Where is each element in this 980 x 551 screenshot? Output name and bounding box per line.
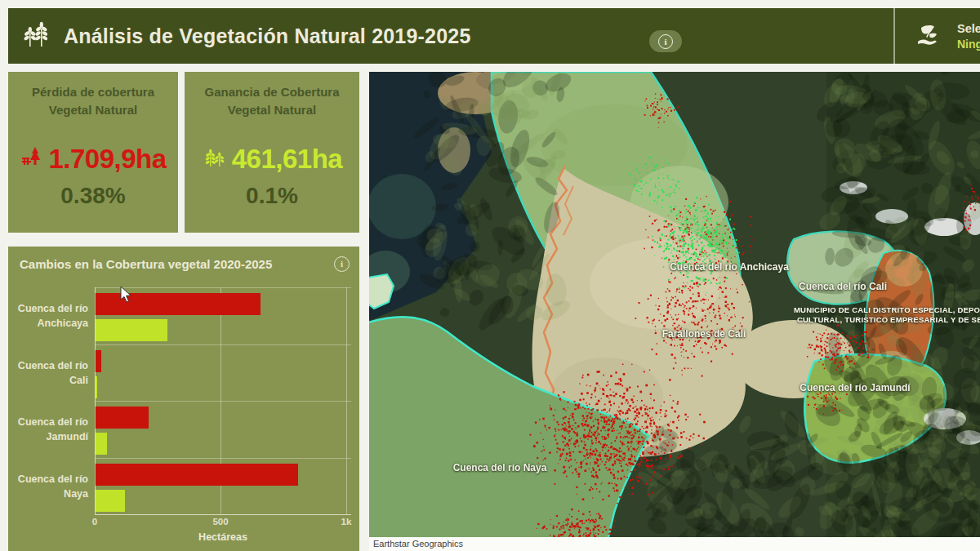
- hand-plant-icon: [910, 16, 946, 56]
- chart-category-label: Cuenca del ríoCali: [8, 358, 88, 388]
- bar-gain[interactable]: [95, 319, 167, 341]
- bar-gain[interactable]: [95, 433, 107, 455]
- gain-percent: 0.1%: [185, 183, 359, 209]
- map-region-label: MUNICIPIO DE CALI DISTRITO ESPECIAL, DEP…: [794, 305, 980, 314]
- gain-card-title: Ganancia de Cobertura Vegetal Natural: [185, 83, 359, 119]
- chart-info-button[interactable]: i: [334, 256, 350, 272]
- info-icon: i: [658, 34, 673, 49]
- felled-tree-icon: [20, 145, 44, 173]
- gain-value: 461,61ha: [232, 144, 342, 175]
- map-region-label: Cuenca del río Anchicaya: [670, 261, 789, 273]
- chart-x-axis: [95, 514, 351, 515]
- page-title: Análisis de Vegetación Natural 2019-2025: [64, 24, 471, 48]
- chart-x-tick: 500: [212, 517, 228, 527]
- map-region-label: Cuenca del río Naya: [453, 462, 547, 473]
- selection-value: Ninguna: [957, 38, 980, 51]
- bar-loss[interactable]: [95, 350, 101, 372]
- chart-x-axis-label: Hectáreas: [95, 531, 351, 543]
- chart-row: [95, 344, 351, 402]
- gain-card: Ganancia de Cobertura Vegetal Natural: [185, 72, 359, 233]
- selection-text: Seleccio Ninguna: [957, 22, 980, 51]
- loss-value: 1.709,9ha: [48, 144, 166, 175]
- bar-loss[interactable]: [95, 464, 298, 486]
- bar-loss[interactable]: [95, 407, 149, 429]
- map-region-label: Cuenca del río Cali: [799, 281, 887, 292]
- selection-control[interactable]: Seleccio Ninguna: [903, 8, 980, 64]
- selection-label: Seleccio: [957, 22, 980, 35]
- chart-panel: Cambios en la Cobertura vegetal 2020-202…: [8, 247, 359, 551]
- chart-category-label: Cuenca del ríoJamundí: [8, 415, 88, 444]
- loss-percent: 0.38%: [8, 183, 178, 209]
- chart-title: Cambios en la Cobertura vegetal 2020-202…: [20, 257, 272, 271]
- chart-x-tick: 1k: [341, 517, 352, 527]
- header-divider: [893, 8, 895, 64]
- loss-card-title: Pérdida de cobertura Vegetal Natural: [8, 83, 178, 119]
- chart-y-axis: [95, 287, 96, 514]
- chart-x-tick: 0: [92, 517, 97, 527]
- wheat-icon: [20, 19, 51, 53]
- chart-category-label: Cuenca del ríoAnchicaya: [8, 301, 88, 331]
- loss-card: Pérdida de cobertura Vegetal Natural 1.7…: [8, 72, 178, 233]
- chart-category-label: Cuenca del ríoNaya: [8, 472, 88, 501]
- chart-category-labels: Cuenca del ríoAnchicayaCuenca del ríoCal…: [8, 287, 88, 514]
- bar-gain[interactable]: [95, 490, 125, 512]
- map-region-label: CULTURAL, TURISTICO EMPRESARIAL Y DE SER…: [797, 315, 980, 324]
- header: Análisis de Vegetación Natural 2019-2025…: [8, 8, 980, 64]
- map[interactable]: Cuenca del río AnchicayaCuenca del río C…: [369, 72, 980, 537]
- header-info-button[interactable]: i: [649, 30, 682, 52]
- map-region-label: Cuenca del río Jamundí: [800, 382, 910, 393]
- wheat-icon: [202, 144, 228, 174]
- chart-plot-area: [95, 287, 351, 514]
- mouse-cursor: [119, 286, 134, 307]
- map-region-label: Farallones de Cali: [662, 328, 746, 340]
- chart-row: [95, 401, 351, 459]
- map-attribution: Earthstar Geographics: [369, 537, 980, 551]
- map-labels: Cuenca del río AnchicayaCuenca del río C…: [369, 72, 980, 537]
- chart-row: [95, 458, 351, 516]
